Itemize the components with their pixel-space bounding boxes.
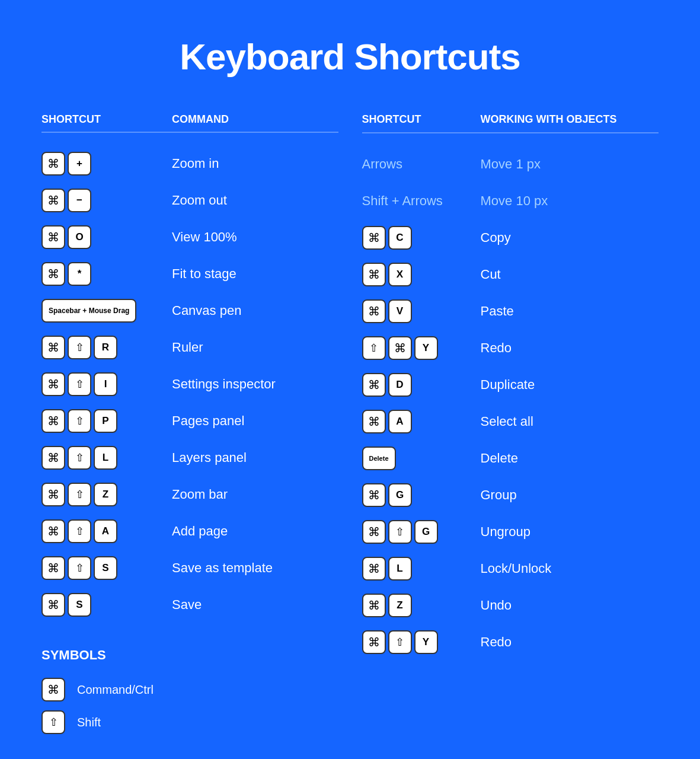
char-key: * [68, 262, 91, 286]
command-label: Cut [481, 267, 501, 282]
shortcut-row: ⌘L Lock/Unlock [362, 556, 659, 582]
shortcut-keys: ⌘⇧S [41, 556, 172, 580]
shortcut-row: ⌘V Paste [362, 298, 659, 324]
shortcut-row: ⌘G Group [362, 482, 659, 508]
shortcut-row: ⌘Z Undo [362, 592, 659, 618]
char-key: Y [414, 336, 438, 360]
shortcut-keys: ⌘Z [362, 594, 481, 617]
shortcut-keys: Arrows [362, 157, 481, 172]
shift-key: ⇧ [68, 519, 91, 543]
cmd-key: ⌘ [362, 299, 386, 323]
shortcut-keys: ⌘+ [41, 152, 172, 176]
shortcut-keys: ⌘G [362, 483, 481, 507]
cmd-key: ⌘ [362, 410, 386, 433]
command-label: Zoom in [172, 156, 219, 171]
command-label: Layers panel [172, 450, 247, 465]
command-label: Undo [481, 598, 512, 613]
shortcut-keys: Shift + Arrows [362, 193, 481, 209]
symbols-title: SYMBOLS [41, 648, 338, 663]
shortcut-keys: ⌘⇧R [41, 336, 172, 359]
shortcut-keys: ⌘X [362, 263, 481, 286]
symbol-rows: ⌘ Command/Ctrl ⇧ Shift [41, 678, 338, 734]
symbol-row: ⌘ Command/Ctrl [41, 678, 338, 701]
text-shortcut: Shift + Arrows [362, 193, 443, 209]
shift-key: ⇧ [388, 520, 412, 544]
shortcut-keys: ⌘⇧I [41, 372, 172, 396]
shortcut-keys: ⌘A [362, 410, 481, 433]
char-key: G [388, 483, 412, 507]
char-key: G [414, 520, 438, 544]
command-label: Save as template [172, 560, 273, 576]
char-key: P [94, 409, 117, 433]
shortcut-row: ⌘X Cut [362, 261, 659, 288]
shortcut-row: ⌘⇧G Ungroup [362, 519, 659, 545]
shortcut-row: ⌘D Duplicate [362, 372, 659, 398]
shortcut-row: ⌘⇧I Settings inspector [41, 371, 338, 397]
right-command-header: WORKING WITH OBJECTS [481, 113, 659, 126]
cmd-key: ⌘ [362, 630, 386, 654]
symbol-label: Shift [77, 716, 101, 729]
shortcut-row: ⌘S Save [41, 592, 338, 618]
left-col-header: SHORTCUT COMMAND [41, 113, 338, 133]
shortcut-keys: ⌘O [41, 225, 172, 249]
shortcut-keys: ⌘V [362, 299, 481, 323]
main-content: SHORTCUT COMMAND ⌘+ Zoom in ⌘− Zoom out … [41, 113, 659, 743]
char-key: V [388, 299, 412, 323]
shift-key: ⇧ [68, 556, 91, 580]
shortcut-keys: Delete [362, 447, 481, 470]
command-label: Select all [481, 414, 533, 429]
command-label: Zoom bar [172, 487, 228, 502]
shortcut-row: ⌘⇧Z Zoom bar [41, 481, 338, 508]
shift-key: ⇧ [68, 483, 91, 506]
shift-key: ⇧ [68, 409, 91, 433]
shortcut-keys: ⌘C [362, 226, 481, 250]
char-key: L [388, 557, 412, 581]
shortcut-keys: ⌘S [41, 593, 172, 617]
cmd-key: ⌘ [362, 226, 386, 250]
symbols-section: SYMBOLS ⌘ Command/Ctrl ⇧ Shift [41, 648, 338, 734]
shortcut-keys: ⌘⇧A [41, 519, 172, 543]
command-label: Save [172, 597, 202, 613]
right-column: SHORTCUT WORKING WITH OBJECTS Arrows Mov… [362, 113, 659, 743]
shortcut-keys: ⌘− [41, 189, 172, 212]
shortcut-row: ⌘+ Zoom in [41, 151, 338, 177]
shortcut-row: ⌘⇧L Layers panel [41, 445, 338, 471]
wide-key: Spacebar + Mouse Drag [41, 299, 136, 323]
shortcut-row: ⌘− Zoom out [41, 187, 338, 213]
command-label: Pages panel [172, 413, 244, 429]
shift-key: ⇧ [68, 446, 91, 470]
left-command-header: COMMAND [172, 113, 338, 126]
shift-key: ⇧ [68, 372, 91, 396]
shortcut-row: ⌘A Select all [362, 409, 659, 435]
shortcut-keys: ⌘* [41, 262, 172, 286]
shortcut-row: ⇧⌘Y Redo [362, 335, 659, 361]
symbol-row: ⇧ Shift [41, 710, 338, 734]
command-label: Settings inspector [172, 377, 276, 392]
char-key: Z [388, 594, 412, 617]
page-title: Keyboard Shortcuts [41, 36, 659, 78]
char-key: I [94, 372, 117, 396]
char-key: A [388, 410, 412, 433]
cmd-key: ⌘ [41, 519, 65, 543]
shortcut-keys: ⌘⇧Y [362, 630, 481, 654]
shift-key: ⇧ [362, 336, 386, 360]
shortcut-keys: Spacebar + Mouse Drag [41, 299, 172, 323]
right-rows: Arrows Move 1 px Shift + Arrows Move 10 … [362, 151, 659, 655]
command-label: Redo [481, 634, 512, 650]
char-key: Z [94, 483, 117, 506]
command-label: Zoom out [172, 193, 227, 208]
command-label: View 100% [172, 229, 237, 245]
shift-key: ⇧ [388, 630, 412, 654]
command-label: Move 1 px [481, 157, 541, 172]
shortcut-row: ⌘⇧A Add page [41, 518, 338, 544]
char-key: S [68, 593, 91, 617]
shortcut-row: ⌘⇧S Save as template [41, 555, 338, 581]
shortcut-row: ⌘* Fit to stage [41, 261, 338, 287]
shortcut-keys: ⌘⇧L [41, 446, 172, 470]
shortcut-row: Delete Delete [362, 445, 659, 471]
cmd-key: ⌘ [41, 409, 65, 433]
cmd-key: ⌘ [41, 593, 65, 617]
shortcut-keys: ⌘D [362, 373, 481, 397]
shortcut-row: ⌘O View 100% [41, 224, 338, 250]
command-label: Duplicate [481, 377, 535, 393]
